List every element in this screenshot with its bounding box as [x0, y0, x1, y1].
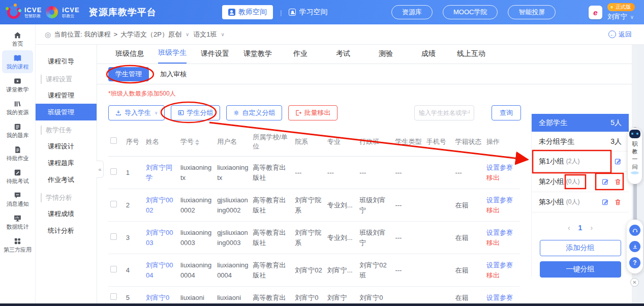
- download-button[interactable]: [629, 241, 640, 252]
- cell-username: liuxiaoni: [215, 287, 251, 303]
- student-search-input[interactable]: [414, 105, 474, 120]
- breadcrumb-course-select[interactable]: 大学语文（2P）原创: [120, 30, 181, 39]
- learning-space-tab[interactable]: 学习空间: [289, 8, 327, 17]
- cell-admin-class: 班级刘宵宁: [357, 222, 393, 254]
- tab-class-students[interactable]: 班级学生: [151, 48, 194, 64]
- tab-quiz[interactable]: 测验: [364, 49, 407, 64]
- tab-exam[interactable]: 考试: [322, 49, 364, 64]
- sidebar-item-home[interactable]: 首页: [2, 27, 33, 50]
- assistant-widget[interactable]: 职教一问: [628, 128, 642, 184]
- delete-group-icon[interactable]: [614, 178, 622, 186]
- sidebar-item-my-resources[interactable]: 我的资源: [2, 96, 33, 119]
- batch-remove-button[interactable]: 批量移出: [288, 105, 338, 120]
- edit-group-icon[interactable]: [601, 198, 609, 206]
- medal-icon: [609, 5, 614, 10]
- one-click-group-button[interactable]: 一键分组: [540, 261, 621, 278]
- resource-library-button[interactable]: 资源库: [391, 5, 433, 19]
- sidebar-item-third-party-apps[interactable]: 第三方应用: [2, 233, 33, 256]
- page-next-icon[interactable]: ›: [590, 224, 593, 232]
- import-students-button[interactable]: 导入学生 ∨: [108, 105, 165, 120]
- help-button[interactable]: ?: [629, 257, 640, 268]
- submenu-item-course-question-bank[interactable]: 课程题库: [36, 155, 97, 171]
- group-item-2[interactable]: 第2小组 (0人): [532, 172, 629, 192]
- remove-link[interactable]: 移出: [486, 270, 518, 281]
- sidebar-item-pending-homework[interactable]: 待批作业: [2, 142, 33, 165]
- remove-link[interactable]: 移出: [486, 173, 518, 183]
- set-contest-link[interactable]: 设置参赛: [486, 228, 518, 238]
- student-name-link[interactable]: 刘宵宁0003: [146, 229, 173, 247]
- customer-service-button[interactable]: [629, 225, 640, 236]
- student-grouping-button[interactable]: 学生分组: [171, 105, 220, 120]
- learning-space-label: 学习空间: [299, 8, 327, 17]
- student-name-link[interactable]: 刘宵宁0004: [146, 261, 173, 279]
- sidebar-item-messages[interactable]: 消息通知: [2, 188, 33, 210]
- set-contest-link[interactable]: 设置参赛: [486, 260, 518, 270]
- row-checkbox[interactable]: [110, 293, 117, 300]
- select-all-checkbox[interactable]: [110, 137, 117, 144]
- sidebar-item-classroom-teaching[interactable]: 课堂教学: [2, 73, 33, 96]
- tab-homework[interactable]: 作业: [279, 49, 322, 64]
- edit-group-icon[interactable]: [601, 178, 609, 186]
- remove-link[interactable]: 移出: [486, 205, 518, 216]
- student-name-link[interactable]: 刘宵宁同学: [146, 164, 172, 181]
- row-checkbox[interactable]: [110, 233, 117, 240]
- sidebar-item-pending-exam[interactable]: 待批考试: [2, 165, 33, 188]
- set-contest-link[interactable]: 设置参赛: [486, 195, 518, 205]
- submenu-item-course-grades[interactable]: 课程成绩: [36, 205, 97, 222]
- group-item-3[interactable]: 第3小组 (0人): [532, 192, 629, 212]
- submenu-item-course-guide[interactable]: 课程引导: [36, 53, 97, 70]
- student-name-link[interactable]: 刘宵宁0: [146, 294, 169, 301]
- col-major: 专业: [325, 128, 357, 157]
- back-button[interactable]: ← 返回: [608, 30, 632, 39]
- submenu-collapse-handle[interactable]: «: [97, 161, 104, 178]
- cell-major: 刘宵宁...: [325, 254, 357, 287]
- breadcrumb-class-select[interactable]: 语文1班: [193, 30, 217, 39]
- submenu-item-class-management[interactable]: 班级管理: [36, 104, 97, 120]
- set-contest-link[interactable]: 设置参赛: [486, 163, 518, 173]
- cell-student-id: liuxiaoning0003: [178, 222, 215, 254]
- teacher-space-tab[interactable]: 教师空间: [222, 5, 273, 19]
- remove-link[interactable]: 移出: [486, 238, 518, 248]
- submenu-item-homework-exam[interactable]: 作业考试: [36, 171, 97, 188]
- query-button[interactable]: 查询: [492, 105, 521, 120]
- group-ungrouped-students[interactable]: 未分组学生 3人: [532, 132, 629, 151]
- submenu-item-statistical-analysis[interactable]: 统计分析: [36, 222, 97, 239]
- subtab-student-management[interactable]: 学生管理: [108, 67, 149, 81]
- sidebar-item-my-courses[interactable]: 我的课程: [2, 50, 33, 73]
- user-menu[interactable]: 刘宵宁 ∨: [607, 12, 635, 21]
- subtab-join-review[interactable]: 加入审核: [160, 70, 187, 79]
- tab-class-info[interactable]: 班级信息: [108, 49, 151, 64]
- add-group-button[interactable]: 添加分组: [540, 240, 621, 256]
- set-contest-link[interactable]: 设置参赛: [486, 293, 518, 303]
- sidebar-item-statistics[interactable]: 数据统计: [2, 210, 33, 233]
- student-name-link[interactable]: 刘宵宁0002: [146, 196, 173, 214]
- tab-online-interaction[interactable]: 线上互动: [450, 49, 493, 64]
- cell-student-type: ---: [393, 254, 424, 287]
- delete-group-icon[interactable]: [614, 198, 622, 206]
- tab-classroom-teaching[interactable]: 课堂教学: [236, 49, 279, 64]
- mooc-college-button[interactable]: MOOC学院: [443, 5, 498, 19]
- sidebar-item-question-bank[interactable]: 我的题库: [2, 119, 33, 142]
- close-floating-toolbar-button[interactable]: ✕: [630, 278, 639, 287]
- tab-grades[interactable]: 成绩: [407, 49, 450, 64]
- group-item-1[interactable]: 第1小组 (2人): [532, 151, 629, 172]
- page-number[interactable]: 1: [578, 224, 582, 232]
- submenu-item-course-design[interactable]: 课程设计: [36, 138, 97, 155]
- row-checkbox[interactable]: [110, 266, 117, 272]
- submenu-item-course-management[interactable]: 课程管理: [36, 87, 97, 104]
- tab-courseware-settings[interactable]: 课件设置: [194, 49, 236, 64]
- cell-username: liuxiaoning0004: [215, 254, 251, 287]
- row-checkbox[interactable]: [110, 168, 117, 175]
- icve-zhihuizhijiao-logo-text: ICVE 智慧职教: [24, 7, 42, 18]
- row-checkbox[interactable]: [110, 201, 117, 207]
- edit-group-icon[interactable]: [614, 158, 622, 165]
- teacher-space-icon: [228, 9, 235, 16]
- smart-cast-button[interactable]: 智能投屏: [508, 5, 556, 19]
- statistics-icon: [13, 214, 22, 223]
- sort-icon[interactable]: [195, 139, 199, 145]
- app-launcher-icon[interactable]: e: [589, 6, 602, 19]
- cloud-decoration: [631, 171, 639, 174]
- page-prev-icon[interactable]: ‹: [568, 224, 570, 232]
- custom-grouping-button[interactable]: 自定义分组: [226, 105, 282, 120]
- group-all-students[interactable]: 全部学生 5人: [532, 114, 629, 132]
